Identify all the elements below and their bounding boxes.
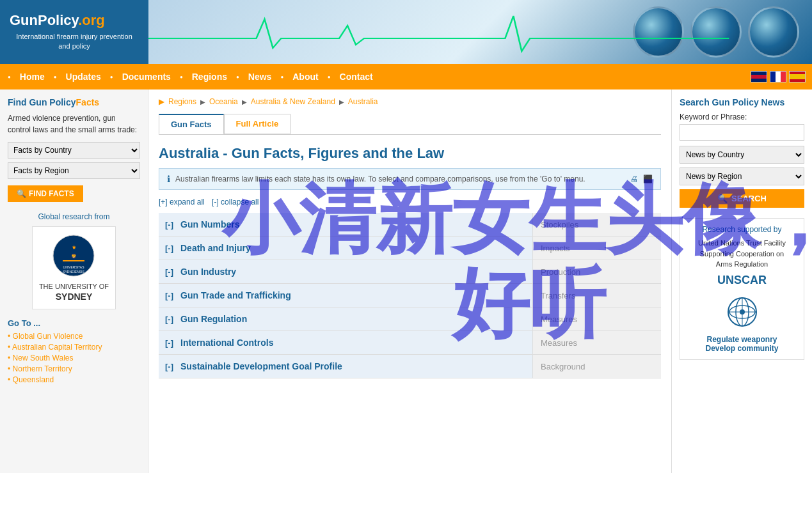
main-content: ▶ Regions ▶ Oceania ▶ Australia & New Ze…: [148, 89, 671, 473]
sidebar-title: Find Gun PolicyFacts: [8, 97, 140, 107]
find-facts-button[interactable]: 🔍 FIND FACTS: [8, 185, 83, 202]
goto-global-gun-violence[interactable]: Global Gun Violence: [8, 332, 140, 341]
research-supported-label: Research supported by: [687, 225, 797, 234]
acc-toggle-2[interactable]: [-]: [165, 267, 175, 277]
header-banner: [148, 0, 812, 64]
acc-toggle-5[interactable]: [-]: [165, 338, 175, 348]
svg-point-11: [740, 309, 745, 315]
acc-label-5[interactable]: International Controls: [180, 338, 273, 348]
find-label: Find Gun Policy: [8, 97, 76, 107]
acc-right-text-4: Measures: [541, 315, 577, 324]
nav-dot: ●: [236, 74, 239, 80]
svg-text:⚜: ⚜: [72, 245, 76, 251]
nav-updates[interactable]: Updates: [58, 72, 109, 82]
acc-label-6[interactable]: Sustainable Development Goal Profile: [180, 361, 342, 371]
acc-label-2[interactable]: Gun Industry: [180, 267, 236, 277]
right-sidebar: Search Gun Policy News Keyword or Phrase…: [671, 89, 812, 473]
flag-es[interactable]: [789, 71, 806, 82]
nav-news[interactable]: News: [241, 72, 280, 82]
acc-toggle-1[interactable]: [-]: [165, 244, 175, 253]
acc-row-5: [-] International Controls Measures: [159, 331, 661, 355]
research-box: Research supported by United Nations Tru…: [680, 218, 804, 360]
main-layout: Find Gun PolicyFacts Armed violence prev…: [0, 89, 812, 473]
nav-dot: ●: [8, 74, 11, 80]
news-by-country-select[interactable]: News by Country: [680, 146, 804, 164]
expand-all-link[interactable]: [+] expand all: [159, 198, 205, 206]
acc-left-0: [-] Gun Numbers: [159, 213, 533, 236]
nav-about[interactable]: About: [285, 72, 326, 82]
acc-toggle-6[interactable]: [-]: [165, 362, 175, 371]
info-icon: ℹ: [167, 174, 170, 184]
acc-left-5: [-] International Controls: [159, 331, 533, 354]
search-btn-label: SEARCH: [731, 194, 767, 203]
acc-label-0[interactable]: Gun Numbers: [180, 219, 240, 229]
acc-left-4: [-] Gun Regulation: [159, 307, 533, 330]
acc-row-6: [-] Sustainable Development Goal Profile…: [159, 355, 661, 378]
goto-nsw[interactable]: New South Wales: [8, 354, 140, 362]
university-name-line1: THE UNIVERSITY OF: [39, 283, 109, 290]
breadcrumb-sep-2: ▶: [242, 98, 247, 105]
acc-row-4: [-] Gun Regulation Measures: [159, 307, 661, 331]
logo-gunpolicy: GunPolicy: [10, 12, 78, 28]
acc-right-text-2: Production: [541, 267, 580, 277]
acc-right-text-5: Measures: [541, 338, 577, 348]
facts-by-region-select[interactable]: Facts by Region: [8, 162, 140, 179]
sidebar-description: Armed violence prevention, gun control l…: [8, 113, 140, 136]
acc-toggle-0[interactable]: [-]: [165, 220, 175, 229]
breadcrumb-australia[interactable]: Australia: [348, 97, 378, 106]
tab-gun-facts[interactable]: Gun Facts: [159, 114, 224, 134]
goto-act[interactable]: Australian Capital Territory: [8, 343, 140, 352]
logo-text: GunPolicy.org: [10, 12, 139, 29]
acc-left-1: [-] Death and Injury: [159, 237, 533, 260]
acc-label-4[interactable]: Gun Regulation: [180, 314, 247, 324]
nav-contact[interactable]: Contact: [332, 72, 381, 82]
breadcrumb-regions[interactable]: Regions: [168, 97, 196, 106]
svg-text:SYDNEIENSIS: SYDNEIENSIS: [63, 270, 85, 274]
acc-toggle-3[interactable]: [-]: [165, 291, 175, 300]
acc-right-text-1: Impacts: [541, 244, 570, 253]
content-tabs: Gun Facts Full Article: [159, 114, 661, 135]
goto-nt[interactable]: Northern Territory: [8, 364, 140, 373]
facts-by-country-select[interactable]: Facts by Country: [8, 142, 140, 159]
flag-uk[interactable]: [751, 71, 767, 82]
flag-fr[interactable]: [770, 71, 786, 82]
nav-home[interactable]: Home: [12, 72, 52, 82]
acc-toggle-4[interactable]: [-]: [165, 315, 175, 324]
breadcrumb-arrow: ▶: [159, 97, 164, 106]
nav-dot: ●: [180, 74, 183, 80]
tab-full-article[interactable]: Full Article: [224, 114, 291, 134]
search-icon: 🔍: [717, 194, 728, 203]
goto-qld[interactable]: Queensland: [8, 375, 140, 384]
acc-left-3: [-] Gun Trade and Trafficking: [159, 284, 533, 307]
nav-regions[interactable]: Regions: [184, 72, 235, 82]
breadcrumb-oceania[interactable]: Oceania: [209, 97, 238, 106]
collapse-all-link[interactable]: [-] collapse all: [212, 198, 259, 206]
search-button[interactable]: 🔍 SEARCH: [680, 189, 804, 208]
nav-dot: ●: [280, 74, 283, 80]
acc-right-text-0: Stockpiles: [541, 220, 578, 229]
logo-org: .org: [78, 12, 105, 28]
magnifier-icon: 🔍: [17, 189, 26, 198]
logo-area: GunPolicy.org International firearm inju…: [0, 0, 148, 64]
ecg-line-svg: [148, 6, 812, 58]
nav-documents[interactable]: Documents: [115, 72, 179, 82]
header: GunPolicy.org International firearm inju…: [0, 0, 812, 64]
news-by-region-select[interactable]: News by Region: [680, 167, 804, 185]
acc-row-2: [-] Gun Industry Production: [159, 260, 661, 284]
acc-right-0: Stockpiles: [533, 213, 661, 236]
acc-label-3[interactable]: Gun Trade and Trafficking: [180, 290, 291, 300]
keyword-input[interactable]: [680, 124, 804, 141]
search-title: Search Gun Policy News: [680, 97, 804, 107]
acc-right-5: Measures: [533, 331, 661, 354]
un-text-2: Supporting Cooperation on: [700, 250, 784, 258]
university-logo-box: ⚜ 🦁 UNIVERSITAS SYDNEIENSIS THE UNIVERSI…: [32, 226, 116, 309]
acc-right-4: Measures: [533, 307, 661, 330]
acc-label-1[interactable]: Death and Injury: [180, 243, 251, 253]
acc-row-0: [-] Gun Numbers Stockpiles: [159, 213, 661, 237]
acc-row-1: [-] Death and Injury Impacts: [159, 237, 661, 260]
breadcrumb-anz[interactable]: Australia & New Zealand: [251, 97, 335, 106]
goto-title: Go To ...: [8, 318, 140, 328]
acc-right-text-6: Background: [541, 362, 585, 371]
svg-text:🦁: 🦁: [71, 253, 77, 259]
acc-row-3: [-] Gun Trade and Trafficking Transfers: [159, 284, 661, 307]
